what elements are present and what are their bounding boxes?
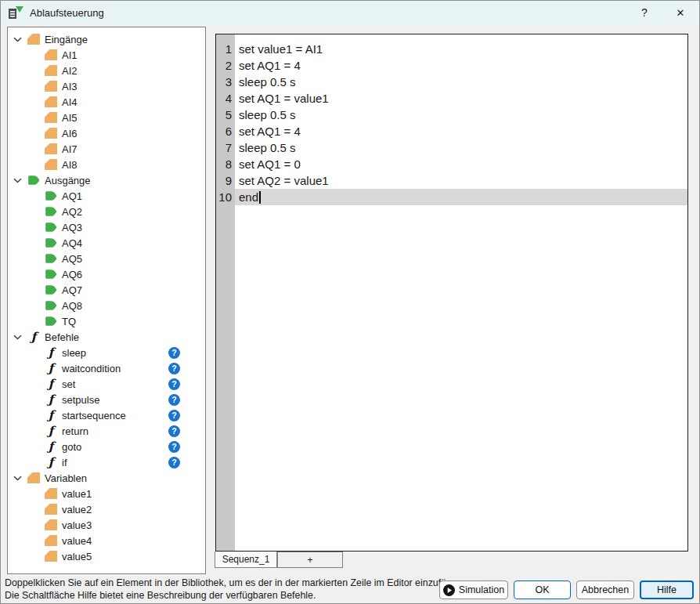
tree-item-setpulse[interactable]: ƒsetpulse? — [8, 392, 205, 407]
tree-item-aq8[interactable]: AQ8 — [8, 298, 205, 313]
function-icon: ƒ — [45, 363, 57, 374]
arrow-green-icon — [45, 190, 57, 201]
help-circle-icon[interactable]: ? — [168, 347, 180, 359]
help-circle-icon[interactable]: ? — [168, 457, 180, 468]
tree-section-befehle[interactable]: ƒBefehle — [8, 329, 205, 345]
help-circle-icon[interactable]: ? — [168, 378, 180, 390]
line-number: 5 — [216, 108, 235, 121]
line-code[interactable]: set AQ1 = 4 — [235, 57, 687, 74]
editor-line-1[interactable]: 1set value1 = AI1 — [216, 41, 687, 57]
help-circle-icon[interactable]: ? — [168, 363, 180, 374]
library-tree[interactable]: EingängeAI1AI2AI3AI4AI5AI6AI7AI8Ausgänge… — [7, 27, 206, 574]
tree-item-ai4[interactable]: AI4 — [8, 94, 205, 110]
tree-item-value4[interactable]: value4 — [8, 533, 205, 548]
tree-item-label: waitcondition — [62, 363, 121, 374]
tree-item-ai7[interactable]: AI7 — [8, 141, 205, 157]
chevron-down-icon[interactable] — [13, 470, 23, 486]
arrow-green-icon — [45, 300, 57, 311]
tree-item-value2[interactable]: value2 — [8, 501, 205, 517]
tree-item-aq6[interactable]: AQ6 — [8, 266, 205, 282]
chevron-down-icon[interactable] — [13, 329, 23, 345]
line-code[interactable]: sleep 0.5 s — [235, 107, 687, 123]
line-code[interactable]: sleep 0.5 s — [235, 74, 687, 90]
line-code[interactable]: set value1 = AI1 — [235, 41, 687, 57]
chevron-down-icon[interactable] — [13, 172, 23, 188]
tree-item-set[interactable]: ƒset? — [8, 376, 205, 392]
line-number: 4 — [216, 92, 235, 105]
help-button[interactable]: Hilfe — [640, 580, 694, 599]
editor-line-9[interactable]: 9set AQ2 = value1 — [216, 172, 687, 189]
tree-item-ai1[interactable]: AI1 — [8, 47, 205, 63]
tree-item-ai5[interactable]: AI5 — [8, 110, 205, 125]
line-code[interactable]: sleep 0.5 s — [235, 139, 687, 156]
editor-line-3[interactable]: 3sleep 0.5 s — [216, 74, 687, 90]
help-circle-icon[interactable]: ? — [168, 394, 180, 406]
sequence-tabs: Sequenz_1 + — [215, 552, 343, 568]
editor-line-8[interactable]: 8set AQ1 = 0 — [216, 156, 687, 172]
tree-item-aq2[interactable]: AQ2 — [8, 204, 205, 219]
sequence-editor[interactable]: 1set value1 = AI12set AQ1 = 43sleep 0.5 … — [215, 34, 688, 552]
app-icon — [8, 6, 23, 20]
help-circle-icon[interactable]: ? — [168, 425, 180, 437]
tree-section-variablen[interactable]: Variablen — [8, 470, 205, 486]
tree-item-ai3[interactable]: AI3 — [8, 78, 205, 94]
add-tab-button[interactable]: + — [277, 552, 343, 568]
line-code[interactable]: set AQ1 = 0 — [235, 156, 687, 172]
tree-section-eing-nge[interactable]: Eingänge — [8, 31, 205, 47]
tree-item-aq4[interactable]: AQ4 — [8, 235, 205, 251]
tab-sequenz-1[interactable]: Sequenz_1 — [215, 552, 277, 568]
line-code[interactable]: end — [235, 189, 687, 205]
close-icon[interactable]: ✕ — [662, 1, 699, 24]
tree-item-label: AQ3 — [62, 222, 82, 233]
chevron-down-icon[interactable] — [13, 31, 23, 47]
tree-item-ai2[interactable]: AI2 — [8, 63, 205, 78]
titlebar-help-button[interactable]: ? — [627, 1, 662, 24]
editor-line-5[interactable]: 5sleep 0.5 s — [216, 107, 687, 123]
tree-item-label: AQ2 — [62, 206, 82, 218]
editor-line-10[interactable]: 10end — [216, 189, 687, 205]
line-number: 7 — [216, 141, 235, 154]
tree-item-ai6[interactable]: AI6 — [8, 125, 205, 141]
tree-item-waitcondition[interactable]: ƒwaitcondition? — [8, 360, 205, 376]
tree-item-value1[interactable]: value1 — [8, 486, 205, 501]
help-circle-icon[interactable]: ? — [168, 410, 180, 421]
tree-item-if[interactable]: ƒif? — [8, 454, 205, 470]
line-code[interactable]: set AQ1 = value1 — [235, 90, 687, 107]
tree-item-label: AI1 — [62, 49, 78, 61]
tree-item-startsequence[interactable]: ƒstartsequence? — [8, 407, 205, 423]
tree-item-label: return — [62, 425, 88, 437]
editor-line-4[interactable]: 4set AQ1 = value1 — [216, 90, 687, 107]
tree-item-aq3[interactable]: AQ3 — [8, 219, 205, 235]
line-code[interactable]: set AQ1 = 4 — [235, 123, 687, 139]
tree-section-ausg-nge[interactable]: Ausgänge — [8, 172, 205, 188]
help-circle-icon[interactable]: ? — [168, 441, 180, 453]
tree-item-sleep[interactable]: ƒsleep? — [8, 345, 205, 360]
line-number: 10 — [216, 190, 235, 204]
tree-item-ai8[interactable]: AI8 — [8, 157, 205, 172]
tree-item-value3[interactable]: value3 — [8, 517, 205, 533]
tag-orange-icon — [45, 96, 57, 107]
tree-item-label: AI3 — [62, 81, 78, 92]
ok-button[interactable]: OK — [514, 580, 571, 599]
tree-item-goto[interactable]: ƒgoto? — [8, 439, 205, 454]
cancel-button[interactable]: Abbrechen — [576, 580, 634, 599]
tree-item-label: AI5 — [62, 112, 78, 124]
tag-orange-icon — [45, 112, 57, 123]
tree-item-tq[interactable]: TQ — [8, 313, 205, 329]
tree-item-label: setpulse — [62, 394, 99, 406]
tree-item-aq7[interactable]: AQ7 — [8, 282, 205, 298]
editor-line-7[interactable]: 7sleep 0.5 s — [216, 139, 687, 156]
editor-line-2[interactable]: 2set AQ1 = 4 — [216, 57, 687, 74]
tag-orange-icon — [45, 519, 57, 530]
simulation-button[interactable]: Simulation — [439, 580, 508, 599]
tree-item-label: AI6 — [62, 128, 78, 139]
editor-line-6[interactable]: 6set AQ1 = 4 — [216, 123, 687, 139]
tree-item-value5[interactable]: value5 — [8, 548, 205, 564]
tree-section-label: Eingänge — [45, 34, 88, 45]
function-icon: ƒ — [27, 331, 40, 342]
tree-item-aq5[interactable]: AQ5 — [8, 251, 205, 266]
tree-item-return[interactable]: ƒreturn? — [8, 423, 205, 439]
tree-item-label: AQ8 — [62, 300, 82, 312]
tree-item-aq1[interactable]: AQ1 — [8, 188, 205, 204]
line-code[interactable]: set AQ2 = value1 — [235, 172, 687, 189]
